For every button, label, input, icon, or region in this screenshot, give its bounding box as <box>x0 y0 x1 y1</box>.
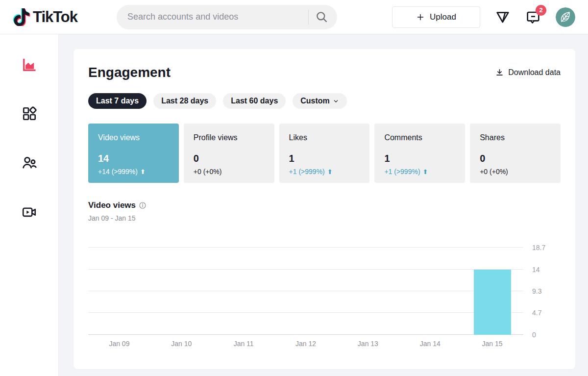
up-arrow-icon: ⬆ <box>140 168 146 175</box>
search-icon <box>315 10 328 24</box>
filter-label: Last 7 days <box>96 97 139 105</box>
bar-jan-15[interactable] <box>474 270 511 335</box>
chevron-down-icon <box>333 98 339 104</box>
y-axis-tick: 9.3 <box>532 287 541 295</box>
metric-change: +1 (>999%) ⬆ <box>289 168 360 175</box>
metric-card-comments[interactable]: Comments 1 +1 (>999%) ⬆ <box>374 124 465 183</box>
y-axis-tick: 0 <box>532 331 536 339</box>
sidebar-item-followers[interactable] <box>18 154 41 171</box>
filter-label: Last 60 days <box>231 97 278 105</box>
download-data-button[interactable]: Download data <box>495 68 561 77</box>
share-icon <box>495 9 511 25</box>
avatar[interactable] <box>556 7 575 27</box>
info-icon[interactable] <box>139 201 147 209</box>
bar-slot-jan-09 <box>88 238 150 335</box>
bar-slot-jan-15 <box>461 238 523 335</box>
bar-slot-jan-11 <box>213 238 275 335</box>
logo-wordmark: TikTok <box>33 8 77 26</box>
sidebar-item-live[interactable] <box>18 203 41 220</box>
analytics-icon <box>21 57 37 73</box>
metric-change: +0 (+0%) <box>480 168 551 175</box>
metric-value: 1 <box>289 153 360 164</box>
search-input[interactable] <box>127 12 306 22</box>
live-icon <box>22 204 37 220</box>
sidebar-item-content[interactable] <box>18 105 41 122</box>
filter-last-60-days[interactable]: Last 60 days <box>223 93 286 109</box>
y-axis-tick: 14 <box>532 266 540 274</box>
x-axis-tick: Jan 13 <box>337 340 399 348</box>
date-filter-group: Last 7 days Last 28 days Last 60 days Cu… <box>88 93 561 109</box>
video-views-chart: Jan 09Jan 10Jan 11Jan 12Jan 13Jan 14Jan … <box>88 238 561 348</box>
topbar-actions: Upload 2 <box>392 6 575 28</box>
upload-button[interactable]: Upload <box>392 6 480 28</box>
filter-last-7-days[interactable]: Last 7 days <box>88 93 147 109</box>
followers-icon <box>21 155 37 171</box>
metric-value: 1 <box>384 153 455 164</box>
metric-change: +1 (>999%) ⬆ <box>384 168 455 175</box>
top-bar: TikTok Upload <box>0 0 588 34</box>
x-axis-tick: Jan 12 <box>275 340 337 348</box>
tiktok-logo[interactable]: TikTok <box>13 8 77 26</box>
bar-slot-jan-14 <box>399 238 461 335</box>
filter-label: Last 28 days <box>161 97 208 105</box>
metric-label: Comments <box>384 133 455 142</box>
metric-label: Video views <box>98 133 169 142</box>
page-title: Engagement <box>88 65 171 80</box>
search-bar <box>117 5 337 29</box>
engagement-card: Engagement Download data Last 7 days Las… <box>74 49 575 369</box>
bar-slot-jan-12 <box>275 238 337 335</box>
filter-custom[interactable]: Custom <box>293 93 347 109</box>
up-arrow-icon: ⬆ <box>423 168 428 175</box>
filter-label: Custom <box>300 97 330 105</box>
metric-value: 14 <box>98 153 169 164</box>
metric-label: Shares <box>480 133 551 142</box>
y-axis-tick: 4.7 <box>532 309 541 317</box>
search-button[interactable] <box>311 6 332 28</box>
chart-x-labels: Jan 09Jan 10Jan 11Jan 12Jan 13Jan 14Jan … <box>88 340 523 348</box>
bar-slot-jan-10 <box>150 238 213 335</box>
sidebar-item-analytics[interactable] <box>18 56 41 73</box>
x-axis-tick: Jan 11 <box>213 340 275 348</box>
metric-change: +0 (+0%) <box>194 168 265 175</box>
y-axis-tick: 18.7 <box>532 244 545 251</box>
search-divider <box>308 10 309 25</box>
x-axis-tick: Jan 10 <box>150 340 213 348</box>
download-icon <box>495 68 504 77</box>
x-axis-tick: Jan 15 <box>461 340 523 348</box>
share-button[interactable] <box>495 9 511 25</box>
main-area: Engagement Download data Last 7 days Las… <box>59 34 588 376</box>
x-axis-tick: Jan 09 <box>88 340 150 348</box>
download-label: Download data <box>508 68 561 77</box>
filter-last-28-days[interactable]: Last 28 days <box>153 93 216 109</box>
metric-cards: Video views 14 +14 (>999%) ⬆ Profile vie… <box>88 124 561 183</box>
chart-y-labels: 04.79.31418.7 <box>523 238 561 335</box>
metric-card-likes[interactable]: Likes 1 +1 (>999%) ⬆ <box>279 124 370 183</box>
x-axis-tick: Jan 14 <box>399 340 461 348</box>
metric-value: 0 <box>480 153 551 164</box>
metric-card-profile-views[interactable]: Profile views 0 +0 (+0%) <box>184 124 274 183</box>
metric-change: +14 (>999%) ⬆ <box>98 168 169 175</box>
inbox-button[interactable]: 2 <box>525 9 541 25</box>
tiktok-note-icon <box>13 8 30 26</box>
metric-card-video-views[interactable]: Video views 14 +14 (>999%) ⬆ <box>88 124 179 183</box>
sidebar <box>0 34 59 376</box>
bar-slot-jan-13 <box>337 238 399 335</box>
metric-value: 0 <box>194 153 265 164</box>
plus-icon <box>416 13 425 22</box>
chart-date-range: Jan 09 - Jan 15 <box>88 214 561 222</box>
notification-badge: 2 <box>536 5 546 16</box>
up-arrow-icon: ⬆ <box>327 168 333 175</box>
metric-label: Profile views <box>194 133 265 142</box>
chart-title: Video views <box>88 201 136 210</box>
bar-series <box>88 238 523 335</box>
metric-label: Likes <box>289 133 360 142</box>
chart-plot <box>88 238 523 335</box>
content-icon <box>22 106 37 122</box>
metric-card-shares[interactable]: Shares 0 +0 (+0%) <box>470 124 561 183</box>
upload-label: Upload <box>430 12 456 22</box>
